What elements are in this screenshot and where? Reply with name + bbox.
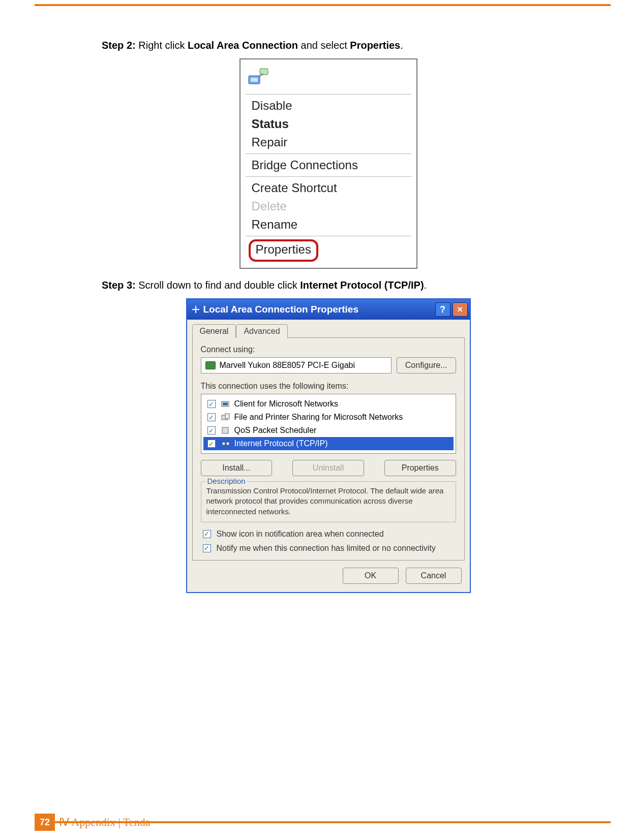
step3-prefix: Step 3:	[102, 279, 136, 291]
qos-icon	[221, 426, 230, 434]
tab-advanced[interactable]: Advanced	[236, 324, 287, 338]
context-menu: Disable Status Repair Bridge Connections…	[239, 58, 417, 269]
list-item[interactable]: File and Printer Sharing for Microsoft N…	[203, 411, 454, 424]
step2-mid: Right click	[136, 40, 188, 51]
connect-using-label: Connect using:	[201, 345, 456, 354]
menu-item-bridge[interactable]: Bridge Connections	[241, 156, 416, 174]
client-icon	[221, 400, 230, 408]
step3-end: .	[424, 279, 427, 291]
item-buttons-row: Install... Uninstall Properties	[201, 460, 456, 476]
context-menu-figure: Disable Status Repair Bridge Connections…	[239, 58, 417, 269]
menu-item-delete: Delete	[241, 197, 416, 215]
dialog-title: Local Area Connection Properties	[203, 304, 358, 315]
step2-mid2: and select	[298, 40, 350, 51]
menu-item-repair[interactable]: Repair	[241, 133, 416, 151]
svg-rect-7	[223, 402, 228, 406]
show-icon-option[interactable]: Show icon in notification area when conn…	[201, 528, 456, 540]
menu-item-status[interactable]: Status	[241, 115, 416, 133]
notify-option[interactable]: Notify me when this connection has limit…	[201, 543, 456, 554]
step2-b1: Local Area Connection	[188, 40, 298, 51]
step2-end: .	[400, 40, 403, 51]
configure-button[interactable]: Configure...	[397, 357, 456, 374]
item-checkbox[interactable]	[207, 400, 216, 408]
step3-text: Step 3: Scroll down to find and double c…	[102, 278, 555, 292]
adapter-row: Marvell Yukon 88E8057 PCI-E Gigabi Confi…	[201, 357, 456, 374]
nic-icon	[205, 361, 216, 369]
install-button[interactable]: Install...	[201, 460, 273, 476]
item-checkbox[interactable]	[207, 440, 216, 448]
item-label: QoS Packet Scheduler	[234, 426, 317, 435]
notify-label: Notify me when this connection has limit…	[217, 544, 436, 553]
tab-panel-general: Connect using: Marvell Yukon 88E8057 PCI…	[192, 337, 465, 561]
menu-separator	[246, 236, 411, 236]
menu-item-rename[interactable]: Rename	[241, 215, 416, 234]
item-checkbox[interactable]	[207, 413, 216, 421]
item-label: File and Printer Sharing for Microsoft N…	[234, 413, 403, 422]
menu-item-disable[interactable]: Disable	[241, 97, 416, 115]
ok-button[interactable]: OK	[343, 568, 399, 584]
properties-dialog: Local Area Connection Properties ? × Gen…	[186, 298, 471, 593]
dialog-titlebar: Local Area Connection Properties ? ×	[187, 299, 470, 320]
item-checkbox[interactable]	[207, 426, 216, 434]
items-label: This connection uses the following items…	[201, 382, 456, 391]
top-rule	[35, 4, 611, 6]
fileprint-icon	[221, 413, 230, 421]
step2-b2: Properties	[350, 40, 400, 51]
tcpip-icon	[221, 440, 230, 448]
menu-separator	[246, 94, 411, 95]
description-title: Description	[205, 477, 248, 485]
description-group: Description Transmission Control Protoco…	[201, 481, 456, 522]
page-number: 72	[35, 814, 55, 831]
step3-b1: Internet Protocol (TCP/IP)	[300, 279, 424, 291]
menu-item-properties[interactable]: Properties	[249, 239, 318, 262]
footer-section: Ⅳ Appendix	[59, 816, 115, 828]
network-connection-icon	[241, 63, 416, 92]
step2-prefix: Step 2:	[102, 40, 136, 51]
list-item[interactable]: QoS Packet Scheduler	[203, 424, 454, 437]
footer-brand: | Tenda	[115, 816, 150, 828]
cancel-button[interactable]: Cancel	[406, 568, 462, 584]
dialog-tabs: General Advanced	[187, 320, 470, 337]
list-item[interactable]: Client for Microsoft Networks	[203, 397, 454, 411]
menu-separator	[246, 153, 411, 154]
step2-text: Step 2: Right click Local Area Connectio…	[102, 38, 555, 52]
svg-rect-1	[251, 78, 258, 82]
svg-rect-10	[222, 427, 228, 433]
show-icon-checkbox[interactable]	[203, 530, 211, 538]
item-properties-button[interactable]: Properties	[384, 460, 456, 476]
body-column: Step 2: Right click Local Area Connectio…	[102, 38, 555, 593]
svg-rect-9	[225, 414, 229, 419]
dialog-footer: OK Cancel	[187, 561, 470, 592]
tab-general[interactable]: General	[192, 324, 236, 338]
adapter-field: Marvell Yukon 88E8057 PCI-E Gigabi	[201, 357, 392, 374]
properties-dialog-figure: Local Area Connection Properties ? × Gen…	[186, 298, 471, 593]
document-page: Step 2: Right click Local Area Connectio…	[0, 0, 631, 840]
uninstall-button: Uninstall	[292, 460, 364, 476]
adapter-name: Marvell Yukon 88E8057 PCI-E Gigabi	[220, 361, 355, 370]
items-listbox[interactable]: Client for Microsoft Networks File and P…	[201, 394, 456, 454]
footer-section-text: Ⅳ Appendix | Tenda	[59, 816, 151, 829]
notify-checkbox[interactable]	[203, 544, 211, 552]
item-label: Internet Protocol (TCP/IP)	[234, 439, 328, 448]
help-button[interactable]: ?	[435, 302, 450, 317]
close-button[interactable]: ×	[453, 302, 468, 317]
show-icon-label: Show icon in notification area when conn…	[217, 530, 384, 539]
menu-item-properties-highlight: Properties	[249, 239, 408, 262]
menu-item-shortcut[interactable]: Create Shortcut	[241, 179, 416, 197]
item-label: Client for Microsoft Networks	[234, 399, 339, 409]
list-item-selected[interactable]: Internet Protocol (TCP/IP)	[203, 437, 454, 450]
titlebar-icon	[191, 305, 200, 314]
menu-separator	[246, 176, 411, 177]
svg-rect-2	[260, 69, 268, 75]
step3-mid: Scroll down to find and double click	[136, 279, 301, 291]
description-text: Transmission Control Protocol/Internet P…	[206, 486, 450, 517]
